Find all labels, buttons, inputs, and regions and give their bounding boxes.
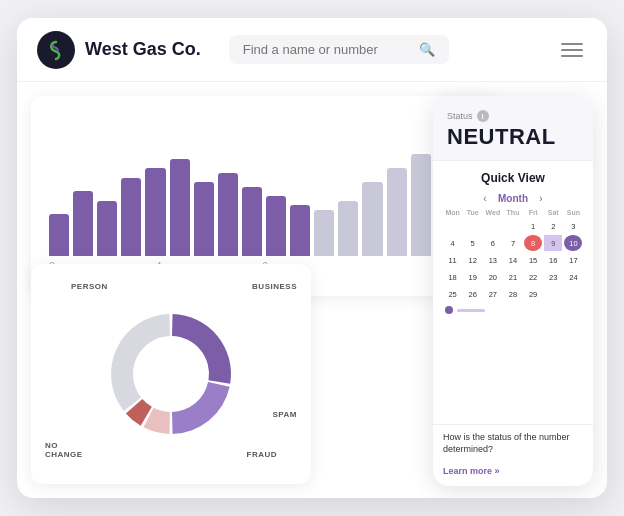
bar [242,187,262,256]
bar [73,191,93,256]
status-info-icon[interactable]: i [477,110,489,122]
calendar-cell[interactable]: 15 [524,252,542,268]
bar [362,182,382,256]
calendar-week: 18192021222324 [443,269,583,285]
calendar-cell[interactable]: 27 [484,286,502,302]
bar [218,173,238,256]
calendar-week: 2526272829 [443,286,583,302]
calendar-cell [484,218,502,234]
calendar-cell[interactable]: 4 [444,235,462,251]
company-name: West Gas Co. [85,39,201,60]
bar-chart-area [49,116,479,256]
calendar-cell[interactable]: 7 [504,235,522,251]
bar [97,201,117,256]
donut-label-person: PERSON [71,282,108,291]
logo-wrap: West Gas Co. [37,31,201,69]
calendar-cell[interactable]: 21 [504,269,522,285]
donut-label-fraud: FRAUD [247,450,278,459]
search-input[interactable] [243,42,411,57]
bar [314,210,334,256]
calendar-cell [544,286,562,302]
calendar-days-header: MonTueWedThuFriSatSun [443,209,583,216]
menu-button[interactable] [557,39,587,61]
bar [49,214,69,256]
calendar-cell[interactable]: 23 [544,269,562,285]
calendar-cell[interactable]: 3 [564,218,582,234]
bar [290,205,310,256]
calendar-cell[interactable]: 24 [564,269,582,285]
calendar-cell[interactable]: 20 [484,269,502,285]
quick-view-title: Quick View [443,171,583,185]
donut-chart-panel: PERSON BUSINESS SPAM FRAUD NOCHANGE [31,264,311,484]
calendar-legend [443,306,583,314]
learn-more-link[interactable]: Learn more » [443,466,500,476]
status-section: Status i NEUTRAL [433,96,593,161]
calendar-day-name: Fri [524,209,543,216]
calendar-day-name: Sat [544,209,563,216]
donut-label-business: BUSINESS [252,282,297,291]
header: West Gas Co. 🔍 [17,18,607,82]
calendar-week: 123 [443,218,583,234]
donut-segment [172,314,231,384]
calendar-cell[interactable]: 19 [464,269,482,285]
calendar-cell[interactable]: 28 [504,286,522,302]
bar [411,154,431,256]
donut-segment [172,382,230,434]
calendar-day-name: Tue [463,209,482,216]
status-value: NEUTRAL [447,124,579,150]
calendar-week: 45678910 [443,235,583,251]
calendar-day-name: Wed [483,209,502,216]
donut-wrapper: PERSON BUSINESS SPAM FRAUD NOCHANGE [41,274,301,474]
app-card: West Gas Co. 🔍 2468 [17,18,607,498]
info-letter: i [481,112,483,121]
bar [266,196,286,256]
bar [170,159,190,256]
calendar-cell[interactable]: 8 [524,235,542,251]
bar [145,168,165,256]
calendar-day-name: Thu [503,209,522,216]
search-icon: 🔍 [419,42,435,57]
calendar-cell[interactable]: 18 [444,269,462,285]
search-bar[interactable]: 🔍 [229,35,449,64]
donut-label-nochange: NOCHANGE [45,441,83,459]
calendar-cell [564,286,582,302]
hamburger-line-3 [561,55,583,57]
calendar-cell[interactable]: 16 [544,252,562,268]
calendar-prev-button[interactable]: ‹ [478,191,492,205]
bar [194,182,214,256]
status-label-row: Status i [447,110,579,122]
calendar-cell[interactable]: 1 [524,218,542,234]
bar [338,201,358,256]
calendar-cell [464,218,482,234]
calendar-cell[interactable]: 14 [504,252,522,268]
side-panel: Status i NEUTRAL Quick View ‹ Month › [433,96,593,486]
calendar-cell[interactable]: 13 [484,252,502,268]
legend-line [457,309,485,312]
calendar-month: Month [498,193,528,204]
calendar-weeks: 1234567891011121314151617181920212223242… [443,218,583,302]
calendar-cell[interactable]: 29 [524,286,542,302]
calendar-cell[interactable]: 25 [444,286,462,302]
calendar-cell[interactable]: 9 [544,235,562,251]
calendar-cell[interactable]: 22 [524,269,542,285]
calendar-next-button[interactable]: › [534,191,548,205]
calendar-grid: MonTueWedThuFriSatSun 123456789101112131… [443,209,583,302]
bar [121,178,141,256]
calendar-cell[interactable]: 6 [484,235,502,251]
app-wrapper: West Gas Co. 🔍 2468 [17,18,607,498]
donut-segment [111,314,170,411]
calendar-cell[interactable]: 26 [464,286,482,302]
donut-svg [91,294,251,454]
calendar-cell[interactable]: 17 [564,252,582,268]
hamburger-line-1 [561,43,583,45]
calendar-cell[interactable]: 2 [544,218,562,234]
calendar-cell[interactable]: 12 [464,252,482,268]
donut-label-spam: SPAM [272,410,297,419]
calendar-cell[interactable]: 5 [464,235,482,251]
hamburger-line-2 [561,49,583,51]
calendar-cell[interactable]: 11 [444,252,462,268]
quick-view-section: Quick View ‹ Month › MonTueWedThuFriSatS… [433,161,593,424]
calendar-day-name: Mon [443,209,462,216]
calendar-cell[interactable]: 10 [564,235,582,251]
question-text: How is the status of the number determin… [443,431,583,456]
